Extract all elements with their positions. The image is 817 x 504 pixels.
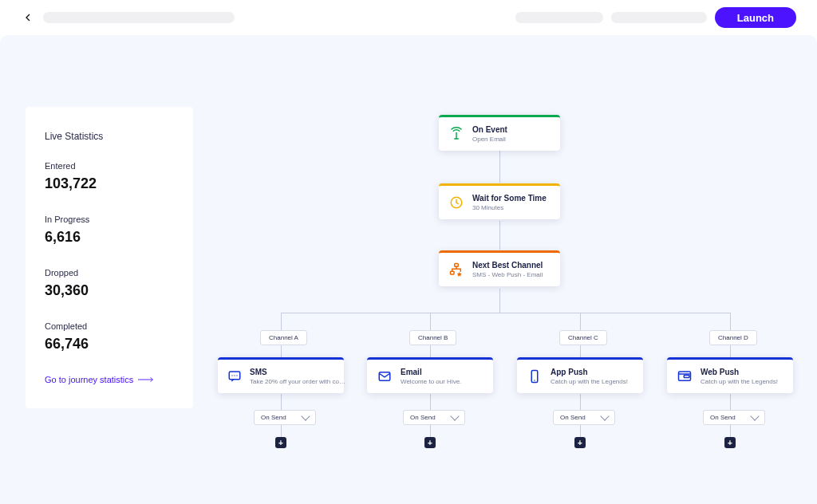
connector bbox=[580, 424, 581, 437]
connector bbox=[499, 221, 500, 250]
hierarchy-icon bbox=[448, 262, 464, 278]
svg-rect-11 bbox=[684, 376, 689, 378]
connector bbox=[499, 151, 500, 183]
onsend-dropdown[interactable]: On Send bbox=[254, 410, 316, 425]
connector bbox=[281, 313, 282, 330]
node-sub: Open Email bbox=[472, 136, 507, 143]
onsend-label: On Send bbox=[560, 414, 586, 421]
node-apppush[interactable]: App Push Catch up with the Legends! bbox=[517, 357, 643, 393]
sms-icon bbox=[227, 368, 242, 384]
channel-tag-c: Channel C bbox=[559, 330, 607, 345]
back-arrow-icon[interactable] bbox=[21, 10, 35, 25]
node-title: App Push bbox=[551, 368, 628, 376]
node-sub: SMS - Web Push - Email bbox=[472, 271, 543, 278]
connector bbox=[281, 394, 282, 410]
placeholder-a bbox=[515, 12, 603, 23]
node-title: SMS bbox=[250, 368, 345, 376]
title-placeholder bbox=[43, 12, 235, 23]
node-title: On Event bbox=[472, 125, 507, 134]
node-sub: Welcome to our Hive. bbox=[401, 378, 461, 385]
connector bbox=[281, 313, 730, 313]
connector bbox=[730, 394, 731, 410]
connector bbox=[730, 424, 731, 437]
node-title: Next Best Channel bbox=[472, 261, 543, 270]
onsend-dropdown[interactable]: On Send bbox=[403, 410, 465, 425]
add-step-button[interactable]: + bbox=[275, 437, 286, 448]
journey-canvas: On Event Open Email Wait for Some Time 3… bbox=[0, 35, 817, 504]
node-sub: Take 20% off your order with code ... bbox=[250, 378, 345, 385]
connector bbox=[430, 313, 431, 330]
connector bbox=[730, 345, 731, 357]
node-wait[interactable]: Wait for Some Time 30 Minutes bbox=[439, 183, 560, 219]
channel-tag-a: Channel A bbox=[260, 330, 307, 345]
chevron-down-icon bbox=[450, 411, 459, 420]
placeholder-b bbox=[611, 12, 707, 23]
node-title: Email bbox=[401, 368, 461, 376]
onsend-dropdown[interactable]: On Send bbox=[703, 410, 765, 425]
node-sub: Catch up with the Legends! bbox=[701, 378, 778, 385]
webpush-icon bbox=[677, 368, 693, 384]
channel-tag-b: Channel B bbox=[409, 330, 456, 345]
connector bbox=[580, 313, 581, 330]
connector bbox=[730, 313, 731, 330]
node-title: Wait for Some Time bbox=[472, 194, 547, 203]
node-webpush[interactable]: Web Push Catch up with the Legends! bbox=[667, 357, 793, 393]
add-step-button[interactable]: + bbox=[724, 437, 736, 448]
antenna-icon bbox=[448, 126, 464, 142]
node-sub: 30 Minutes bbox=[472, 204, 547, 211]
svg-point-9 bbox=[534, 380, 535, 381]
connector bbox=[580, 345, 581, 357]
node-sms[interactable]: SMS Take 20% off your order with code ..… bbox=[218, 357, 344, 393]
channel-tag-d: Channel D bbox=[709, 330, 757, 345]
add-step-button[interactable]: + bbox=[424, 437, 436, 448]
node-next-best-channel[interactable]: Next Best Channel SMS - Web Push - Email bbox=[439, 250, 560, 286]
node-email[interactable]: Email Welcome to our Hive. bbox=[367, 357, 493, 393]
onsend-label: On Send bbox=[410, 414, 436, 421]
connector bbox=[430, 394, 431, 410]
add-step-button[interactable]: + bbox=[574, 437, 586, 448]
svg-point-6 bbox=[236, 375, 237, 376]
connector bbox=[499, 289, 500, 313]
clock-icon bbox=[448, 195, 464, 211]
svg-point-4 bbox=[231, 375, 232, 376]
node-on-event[interactable]: On Event Open Email bbox=[439, 115, 560, 151]
connector bbox=[430, 345, 431, 357]
onsend-label: On Send bbox=[261, 414, 286, 421]
chevron-down-icon bbox=[301, 411, 310, 420]
onsend-label: On Send bbox=[710, 414, 736, 421]
connector bbox=[580, 394, 581, 410]
phone-icon bbox=[527, 368, 543, 384]
node-title: Web Push bbox=[701, 368, 778, 376]
chevron-down-icon bbox=[600, 411, 609, 420]
svg-point-5 bbox=[234, 375, 235, 376]
connector bbox=[281, 345, 282, 357]
email-icon bbox=[377, 368, 393, 384]
onsend-dropdown[interactable]: On Send bbox=[553, 410, 615, 425]
connector bbox=[430, 424, 431, 437]
launch-button[interactable]: Launch bbox=[715, 7, 796, 28]
node-sub: Catch up with the Legends! bbox=[551, 378, 628, 385]
chevron-down-icon bbox=[750, 411, 759, 420]
connector bbox=[281, 424, 282, 437]
